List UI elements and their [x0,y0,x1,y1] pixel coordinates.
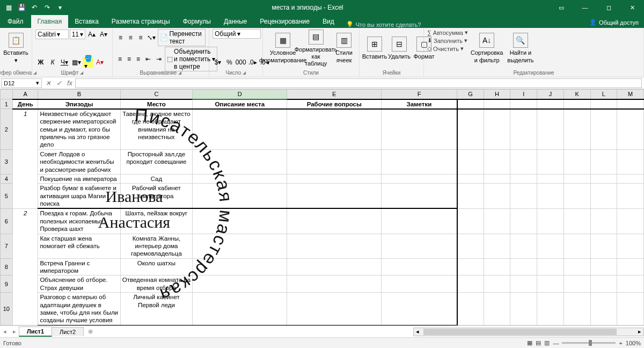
dialog-launcher-icon[interactable]: ◢ [80,70,83,75]
cell[interactable] [484,293,510,325]
cell[interactable] [457,276,484,293]
cell[interactable] [590,276,617,293]
cell[interactable]: Отведенная комната на время отбора [120,276,193,293]
cell[interactable] [590,258,617,276]
cell[interactable] [564,99,590,109]
tab-page-layout[interactable]: Разметка страницы [105,15,177,28]
cell[interactable] [590,174,617,183]
cell[interactable] [617,293,644,325]
window-minimize[interactable]: — [573,0,597,15]
cell[interactable] [287,293,382,325]
row-header[interactable]: 10 [1,293,13,325]
align-middle-icon[interactable]: ≡ [126,32,135,43]
align-top-icon[interactable]: ≡ [116,32,125,43]
cell[interactable] [510,276,537,293]
cell[interactable] [287,184,382,209]
cell[interactable] [193,293,287,325]
cell[interactable] [193,234,287,258]
qat-redo-icon[interactable]: ↷ [42,2,53,13]
border-icon[interactable]: ▦▾ [71,57,82,68]
cell[interactable]: Заметки [382,99,457,109]
cell[interactable]: Шахта, пейзаж вокруг [120,208,193,234]
qat-undo-icon[interactable]: ↶ [29,2,40,13]
tab-view[interactable]: Вид [316,15,341,28]
wrap-text-button[interactable]: 📄 Перенести текст [158,29,206,46]
cell[interactable]: Неизвестные обсуждают свержение императо… [38,109,120,149]
cell[interactable] [590,234,617,258]
autosum-button[interactable]: ∑ Автосумма ▾ [427,29,468,36]
row-header[interactable]: 3 [1,149,13,174]
cell[interactable] [537,149,564,174]
select-all-corner[interactable] [1,90,13,99]
sheet-nav-next-icon[interactable]: ▸ [10,328,19,335]
cell[interactable] [564,149,590,174]
window-close[interactable]: ✕ [620,0,644,15]
cell[interactable]: Таверна, людное место где не обращают вн… [120,109,193,149]
cell[interactable] [193,174,287,183]
cell[interactable] [287,234,382,258]
cell[interactable]: Разбор бумаг в кабинете и активация шара… [38,184,120,209]
cell[interactable] [510,99,537,109]
cell[interactable] [457,174,484,183]
cell[interactable] [590,293,617,325]
percent-icon[interactable]: % [224,57,235,68]
cell[interactable] [382,276,457,293]
cell[interactable]: День [12,99,38,109]
cell[interactable] [537,184,564,209]
cell[interactable] [617,109,644,149]
cell[interactable] [537,234,564,258]
col-header[interactable]: G [457,90,484,99]
bold-icon[interactable]: Ж [35,57,46,68]
cell[interactable] [564,258,590,276]
col-header[interactable]: D [193,90,287,99]
align-right-icon[interactable]: ≡ [134,54,142,64]
cell[interactable] [484,184,510,209]
cell[interactable]: Покушение на императора [38,174,120,183]
fill-color-icon[interactable]: 🪣▾ [83,57,93,68]
zoom-slider[interactable] [562,342,616,344]
row-header[interactable]: 1 [1,99,13,109]
cell[interactable]: Сад [120,174,193,183]
cell[interactable]: Около шатхы [120,258,193,276]
view-normal-icon[interactable]: ▦ [527,339,532,346]
cell[interactable] [457,184,484,209]
format-as-table-button[interactable]: ▤Форматироватькак таблицу [301,29,331,68]
cell[interactable] [484,149,510,174]
align-left-icon[interactable]: ≡ [116,54,124,64]
indent-decrease-icon[interactable]: ⇤ [143,54,153,64]
cell[interactable] [457,109,484,149]
tab-formulas[interactable]: Формулы [177,15,217,28]
cell[interactable] [457,258,484,276]
col-header[interactable]: H [484,90,510,99]
align-center-icon[interactable]: ≡ [125,54,133,64]
sort-filter-button[interactable]: A↓Сортировкаи фильтр [469,29,504,68]
col-header[interactable]: C [120,90,193,99]
cell[interactable] [510,184,537,209]
cell[interactable] [590,99,617,109]
col-header[interactable]: M [617,90,644,99]
cancel-formula-icon[interactable]: ✕ [43,79,54,87]
cell[interactable] [510,174,537,183]
cell[interactable]: Встреча Гранни с императором [38,258,120,276]
row-header[interactable]: 8 [1,258,13,276]
cell[interactable] [617,276,644,293]
cell[interactable]: Объяснение об отборе. Страх девушки [38,276,120,293]
tab-review[interactable]: Рецензирование [253,15,316,28]
cell[interactable] [287,109,382,149]
cell[interactable] [617,234,644,258]
cell[interactable] [193,208,287,234]
cell[interactable] [382,258,457,276]
cell[interactable]: Рабочие вопросы [287,99,382,109]
cell[interactable] [510,208,537,234]
cell[interactable] [382,174,457,183]
cell[interactable] [590,149,617,174]
cell[interactable]: Эпизоды [38,99,120,109]
cell[interactable] [510,258,537,276]
cell[interactable] [564,234,590,258]
cell[interactable] [537,174,564,183]
cell[interactable] [382,234,457,258]
fx-icon[interactable]: fx [64,79,75,87]
sheet-tab[interactable]: Лист1 [19,327,52,337]
cell[interactable] [617,174,644,183]
cell[interactable]: Поездка к горам. Добыча полезных ископае… [38,208,120,234]
